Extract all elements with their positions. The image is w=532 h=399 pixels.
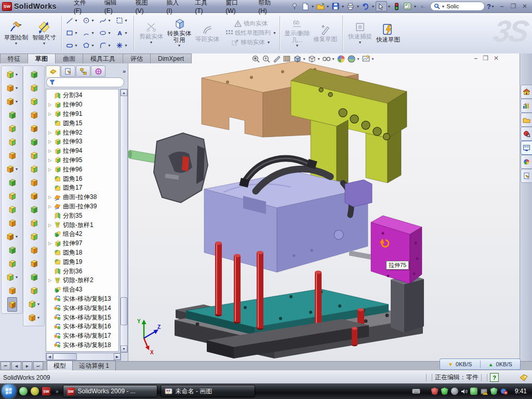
scroll-down-icon[interactable]: ▼: [121, 345, 127, 352]
freeform-dropdown-icon[interactable]: ▼: [37, 316, 41, 320]
overflow-icon[interactable]: ৬..: [418, 2, 428, 11]
tree-tabs-overflow-icon[interactable]: »: [123, 68, 126, 74]
previous-view-icon[interactable]: [272, 55, 281, 63]
tab-motion-study[interactable]: 运动算例 1: [72, 361, 116, 371]
expand-arrow-icon[interactable]: ▷: [48, 278, 52, 283]
flag-feature-icon[interactable]: [30, 243, 38, 257]
search-scope-dropdown-icon[interactable]: ▼: [442, 5, 445, 8]
task-button-0[interactable]: SWSolidWorks 2009 - ...: [63, 385, 157, 397]
save-icon[interactable]: [330, 2, 341, 11]
ribbon-tab-5[interactable]: DimXpert: [150, 54, 192, 63]
open-dropdown-icon[interactable]: ▼: [326, 5, 330, 8]
new-document-icon[interactable]: [300, 2, 311, 11]
tree-item[interactable]: ▷拉伸95: [46, 156, 118, 165]
taskpane-tab-appearances-scenes-icon[interactable]: [521, 155, 532, 169]
boss-cylinder-dropdown-icon[interactable]: ▼: [37, 302, 41, 306]
menu-item-3[interactable]: 插入(I): [162, 0, 189, 16]
tree-item[interactable]: 组合42: [46, 230, 118, 239]
linear-sketch-pattern-button[interactable]: 线性草图阵列▼: [225, 29, 276, 37]
quick-launch-overflow-icon[interactable]: »: [56, 389, 59, 394]
circle-icon[interactable]: ▼: [82, 17, 97, 24]
tray-wireless-warning-icon[interactable]: !: [480, 388, 488, 395]
flex-icon[interactable]: [30, 122, 38, 135]
tree-item[interactable]: 圆角15: [46, 118, 118, 128]
graphics-area[interactable]: Y Z X ▼▼▼▼▼ – ❐ ✕ 拉伸75: [128, 54, 520, 361]
tree-item[interactable]: ▷拉伸97: [46, 239, 118, 248]
doc-close-button[interactable]: ✕: [494, 55, 499, 62]
tab-model[interactable]: 模型: [47, 361, 73, 371]
extruded-boss-dropdown-icon[interactable]: ▼: [15, 73, 19, 76]
taskpane-tab-custom-properties-icon[interactable]: [521, 169, 532, 183]
print-dropdown-icon[interactable]: ▼: [356, 5, 360, 8]
revolve-icon[interactable]: [30, 81, 38, 95]
tree-item[interactable]: ▷拉伸94: [46, 147, 118, 156]
planar-surface-icon[interactable]: [30, 149, 38, 162]
fillet-dropdown-icon[interactable]: ▼: [15, 100, 19, 103]
wrap-icon[interactable]: [30, 216, 38, 230]
move-copy-body-icon[interactable]: [8, 216, 17, 230]
sketch-fillet-icon[interactable]: ▼: [98, 42, 114, 49]
text-icon[interactable]: A▼: [115, 30, 130, 37]
last-tab-icon[interactable]: ⏭: [33, 362, 43, 370]
tree-tab-feature-manager[interactable]: [46, 65, 60, 77]
tree-item[interactable]: 圆角18: [46, 248, 118, 258]
trim-entities-button[interactable]: 剪裁实体▼: [137, 20, 165, 45]
shell-icon[interactable]: [8, 122, 17, 135]
taskpane-tab-file-explorer-icon[interactable]: [521, 113, 532, 127]
tray-volume-icon[interactable]: [461, 388, 468, 395]
ribbon-tab-0[interactable]: 特征: [0, 54, 28, 63]
menu-item-4[interactable]: 工具(T): [190, 0, 220, 16]
freeform-icon[interactable]: ▼: [28, 311, 41, 324]
taskpane-tab-home-icon[interactable]: [521, 85, 532, 99]
hide-show-items-dropdown-icon[interactable]: ▼: [331, 57, 335, 61]
sketch-pattern-icon[interactable]: ▼: [6, 162, 19, 176]
exploded-mold-assembly-model[interactable]: Y Z X: [128, 54, 520, 361]
shape-feature-icon[interactable]: [30, 162, 38, 176]
hide-show-items-icon[interactable]: ▼: [322, 55, 335, 63]
zoom-to-area-icon[interactable]: [262, 55, 271, 63]
tray-messenger-status-icon[interactable]: [500, 388, 508, 395]
tree-horizontal-scrollbar[interactable]: ◀ ▶: [46, 353, 121, 361]
tree-item[interactable]: 分割36: [46, 267, 118, 276]
tree-item[interactable]: 实体-移动/复制14: [46, 303, 118, 313]
options-list-dropdown-icon[interactable]: ▼: [414, 5, 417, 8]
expand-arrow-icon[interactable]: ▷: [48, 112, 52, 116]
menu-item-2[interactable]: 视图(V): [130, 0, 161, 16]
tray-sync-green-icon[interactable]: [470, 388, 477, 395]
tree-item[interactable]: ▷曲面-拉伸38: [46, 193, 118, 202]
view-settings-dropdown-icon[interactable]: ▼: [371, 57, 375, 61]
draft-icon[interactable]: [8, 135, 17, 149]
pattern-table-icon[interactable]: [8, 149, 17, 162]
surface-patch-icon[interactable]: [30, 270, 38, 284]
point-icon[interactable]: ▼: [115, 42, 130, 49]
expand-arrow-icon[interactable]: ▷: [48, 167, 52, 172]
tree-item[interactable]: 实体-移动/复制15: [46, 313, 118, 322]
print-icon[interactable]: [345, 2, 356, 11]
thicken-icon[interactable]: [30, 176, 38, 189]
tree-item[interactable]: 实体-移动/复制17: [46, 331, 118, 341]
prev-tab-icon[interactable]: ◀: [11, 362, 21, 370]
scroll-thumb[interactable]: [121, 297, 127, 325]
select-box-icon[interactable]: ▼: [115, 17, 130, 24]
expand-arrow-icon[interactable]: ▷: [48, 149, 52, 153]
undo-dropdown-icon[interactable]: ▼: [371, 5, 375, 8]
menu-item-1[interactable]: 编辑(E): [100, 0, 130, 16]
line-icon[interactable]: ▼: [65, 17, 81, 24]
taskpane-tab-view-palette-icon[interactable]: [521, 141, 532, 155]
tray-antivirus-shield-icon[interactable]: [431, 388, 438, 395]
expand-arrow-icon[interactable]: ▷: [48, 241, 52, 246]
ellipse-icon[interactable]: ▼: [98, 30, 114, 37]
tray-update-service-icon[interactable]: [451, 388, 458, 395]
expand-arrow-icon[interactable]: ▷: [48, 158, 52, 163]
doc-restore-button[interactable]: ❐: [483, 55, 488, 62]
fillet-icon[interactable]: ▼: [6, 95, 19, 108]
split-icon[interactable]: [8, 189, 17, 203]
extruded-cut-icon[interactable]: ▼: [6, 81, 19, 95]
task-button-1[interactable]: 未命名 - 画图: [161, 385, 255, 397]
tree-item[interactable]: 实体-移动/复制13: [46, 295, 118, 304]
tray-security-shield-icon[interactable]: [441, 388, 448, 395]
select-dropdown-icon[interactable]: ▼: [388, 5, 391, 8]
tree-item[interactable]: ▷切除-放样1: [46, 220, 118, 230]
join-icon[interactable]: [8, 203, 17, 216]
rebuild-traffic-light-icon[interactable]: [392, 2, 402, 11]
